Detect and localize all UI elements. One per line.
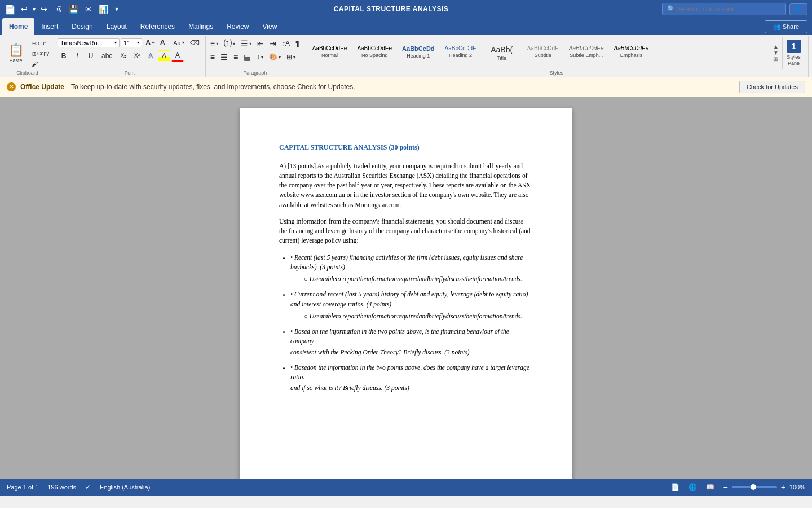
show-hide-btn[interactable]: ¶ bbox=[293, 38, 302, 49]
paste-label: Paste bbox=[9, 58, 22, 63]
search-box[interactable]: 🔍 bbox=[662, 3, 786, 15]
profile-icon: 👤 bbox=[795, 6, 802, 13]
doc-paragraph-2: Using information from the company's fin… bbox=[279, 217, 533, 246]
update-message: To keep up-to-date with security updates… bbox=[71, 83, 735, 91]
view-read-btn[interactable]: 📖 bbox=[704, 482, 717, 492]
decrease-font-btn[interactable]: A- bbox=[158, 37, 170, 48]
word-count: 196 words bbox=[47, 484, 76, 491]
style-heading1[interactable]: AaBbCcDd Heading 1 bbox=[398, 43, 438, 63]
multilevel-list-btn[interactable]: ☰▾ bbox=[239, 38, 254, 49]
styles-pane-btn[interactable]: 1 Styles Pane bbox=[782, 37, 805, 69]
style-normal[interactable]: AaBbCcDdEe Normal bbox=[308, 43, 351, 63]
copy-btn[interactable]: ⧉ Copy bbox=[29, 49, 51, 59]
bullet-extra-3: consistent with the Pecking Order Theory… bbox=[290, 348, 533, 357]
style-subtle-emphasis[interactable]: AaBbCcDdEe Subtle Emph... bbox=[565, 43, 608, 63]
bullet-item-3: • Based on the information in the two po… bbox=[290, 327, 533, 357]
zoom-out-btn[interactable]: − bbox=[721, 483, 729, 492]
shading-btn[interactable]: 🎨▾ bbox=[267, 52, 283, 62]
customize-btn[interactable]: ▾ bbox=[113, 4, 120, 14]
share-label: Share bbox=[783, 23, 799, 30]
bullet-main-1: • Recent (last 5 years) financing activi… bbox=[290, 254, 523, 270]
zoom-controls: − + 100% bbox=[721, 483, 805, 492]
menu-references[interactable]: References bbox=[134, 18, 182, 35]
italic-btn[interactable]: I bbox=[71, 50, 83, 62]
line-spacing-btn[interactable]: ↕▾ bbox=[254, 52, 266, 62]
menu-view[interactable]: View bbox=[256, 18, 284, 35]
font-size: 11 bbox=[123, 40, 130, 46]
check-updates-btn[interactable]: Check for Updates bbox=[739, 81, 805, 93]
superscript-btn[interactable]: X² bbox=[131, 51, 143, 60]
style-heading2[interactable]: AaBbCcDdE Heading 2 bbox=[441, 43, 480, 63]
zoom-slider[interactable] bbox=[732, 486, 777, 488]
strikethrough-btn[interactable]: abc bbox=[98, 50, 116, 62]
menu-layout[interactable]: Layout bbox=[100, 18, 134, 35]
spellcheck-btn[interactable]: ✓ bbox=[85, 483, 91, 491]
align-center-btn[interactable]: ☰ bbox=[218, 51, 230, 63]
view-print-btn[interactable]: 📄 bbox=[669, 482, 682, 492]
highlight-btn[interactable]: A bbox=[158, 50, 170, 62]
align-left-btn[interactable]: ≡ bbox=[208, 51, 217, 63]
redo-btn[interactable]: ↪ bbox=[39, 3, 49, 15]
borders-btn[interactable]: ⊞▾ bbox=[284, 52, 298, 62]
undo-btn[interactable]: ↩ bbox=[19, 3, 29, 15]
share-btn[interactable]: 👥 Share bbox=[765, 20, 807, 33]
font-dropdown-icon: ▾ bbox=[114, 40, 117, 45]
font-selector[interactable]: TimesNewRo... ▾ bbox=[58, 38, 120, 47]
present-btn[interactable]: 📊 bbox=[97, 3, 110, 15]
size-dropdown-icon: ▾ bbox=[137, 40, 139, 45]
menu-design[interactable]: Design bbox=[65, 18, 99, 35]
underline-btn[interactable]: U bbox=[85, 50, 97, 62]
style-heading2-name: Heading 2 bbox=[449, 52, 472, 58]
menu-mailings[interactable]: Mailings bbox=[182, 18, 220, 35]
increase-indent-btn[interactable]: ⇥ bbox=[267, 38, 279, 49]
bullet-item-2: • Current and recent (last 5 years) hist… bbox=[290, 290, 533, 321]
style-emphasis[interactable]: AaBbCcDdEe Emphasis bbox=[610, 43, 653, 63]
menu-insert[interactable]: Insert bbox=[34, 18, 65, 35]
increase-font-btn[interactable]: A+ bbox=[143, 37, 156, 48]
style-subtle-emphasis-preview: AaBbCcDdEe bbox=[569, 45, 604, 52]
style-emphasis-preview: AaBbCcDdEe bbox=[614, 45, 649, 52]
align-right-btn[interactable]: ≡ bbox=[231, 51, 240, 63]
doc-page: CAPITAL STRUCTURE ANALYSIS (30 points) A… bbox=[240, 108, 572, 479]
menu-bar: Home Insert Design Layout References Mai… bbox=[0, 18, 812, 35]
format-painter-btn[interactable]: 🖌 bbox=[29, 59, 51, 68]
zoom-in-btn[interactable]: + bbox=[779, 483, 787, 492]
bullet-main-2: • Current and recent (last 5 years) hist… bbox=[290, 291, 528, 307]
style-no-spacing[interactable]: AaBbCcDdEe No Spacing bbox=[353, 43, 396, 63]
style-subtle-emphasis-name: Subtle Emph... bbox=[570, 52, 603, 58]
update-icon: ✕ bbox=[7, 82, 16, 91]
menu-review[interactable]: Review bbox=[220, 18, 255, 35]
profile-btn[interactable]: 👤 bbox=[789, 3, 807, 15]
zoom-level: 100% bbox=[789, 484, 805, 491]
bullet-extra-4: and if so what is it? Briefly discuss. (… bbox=[290, 383, 533, 393]
menu-home[interactable]: Home bbox=[2, 18, 34, 35]
decrease-indent-btn[interactable]: ⇤ bbox=[255, 38, 266, 49]
doc-paragraph-1: A) [13 points] As a publicly-traded enti… bbox=[279, 161, 533, 210]
bold-btn[interactable]: B bbox=[58, 50, 70, 62]
undo-dropdown[interactable]: ▾ bbox=[33, 6, 36, 12]
font-group: TimesNewRo... ▾ 11 ▾ A+ A- Aa▾ ⌫ B I U bbox=[56, 36, 206, 77]
search-input[interactable] bbox=[678, 6, 774, 12]
justify-btn[interactable]: ▤ bbox=[241, 51, 253, 63]
save-btn[interactable]: 💾 bbox=[67, 3, 80, 15]
bullets-btn[interactable]: ≡▾ bbox=[208, 38, 220, 49]
styles-more-btn[interactable]: ▲ ▼ ⊞ bbox=[771, 43, 781, 63]
paste-btn[interactable]: 📋 Paste bbox=[3, 41, 28, 65]
clear-formatting-btn[interactable]: ⌫ bbox=[188, 38, 202, 48]
email-btn[interactable]: ✉ bbox=[83, 3, 94, 15]
cut-btn[interactable]: ✂ Cut bbox=[29, 39, 51, 49]
numbering-btn[interactable]: ⑴▾ bbox=[222, 37, 237, 50]
change-case-btn[interactable]: Aa▾ bbox=[171, 38, 186, 47]
print-btn[interactable]: 🖨 bbox=[52, 3, 64, 15]
language: English (Australia) bbox=[100, 484, 150, 491]
bullet-item-4: • Basedon the information in the two poi… bbox=[290, 363, 533, 393]
style-title[interactable]: AaBb( Title bbox=[483, 43, 521, 63]
style-title-preview: AaBb( bbox=[491, 45, 513, 55]
view-web-btn[interactable]: 🌐 bbox=[686, 482, 699, 492]
sort-btn[interactable]: ↕A bbox=[280, 38, 292, 49]
font-size-selector[interactable]: 11 ▾ bbox=[121, 38, 142, 47]
style-subtitle[interactable]: AaBbCcDdE Subtitle bbox=[523, 43, 563, 63]
subscript-btn[interactable]: X₂ bbox=[117, 51, 130, 60]
text-effects-btn[interactable]: A bbox=[144, 50, 157, 62]
font-color-btn[interactable]: A bbox=[171, 50, 184, 62]
